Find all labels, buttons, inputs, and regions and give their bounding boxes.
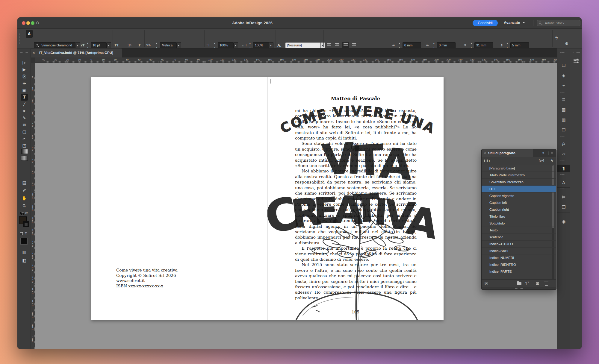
zoom-window-button[interactable] bbox=[31, 21, 34, 25]
horizontal-scale-dropdown[interactable] bbox=[269, 42, 273, 48]
align-right-button[interactable] bbox=[350, 42, 358, 48]
left-indent-stepper[interactable] bbox=[398, 42, 402, 48]
panel-collapse-icon[interactable]: ◇ bbox=[484, 151, 486, 154]
underline-button[interactable]: T bbox=[136, 42, 143, 48]
text-wrap-panel-icon[interactable]: ◉ bbox=[560, 218, 567, 225]
dock2-grip-icon[interactable] bbox=[573, 52, 580, 53]
style-group-folder-icon[interactable] bbox=[517, 282, 521, 285]
minimize-window-button[interactable] bbox=[26, 21, 30, 25]
highlight-overrides-icon[interactable]: ϟ bbox=[551, 159, 553, 163]
close-window-button[interactable] bbox=[22, 21, 25, 25]
swatches-panel-icon[interactable]: ▦ bbox=[560, 106, 567, 113]
style-list-item[interactable]: Titolo Parte intermezzo bbox=[482, 172, 556, 179]
body-text[interactable]: mi ha chiesto: «E tu cosa fai?» Io non l… bbox=[295, 108, 417, 301]
character-style-field[interactable]: [Nessuno] bbox=[285, 42, 320, 48]
new-style-button[interactable]: ⊞ bbox=[536, 281, 539, 286]
view-options-icon[interactable]: ▥ bbox=[21, 249, 28, 255]
tool-gradient-feather-tool[interactable] bbox=[21, 156, 28, 161]
style-list-item[interactable]: Indice–NUMERI bbox=[482, 254, 556, 261]
load-styles-icon[interactable]: ⎘ bbox=[485, 281, 488, 286]
panel-expand-icon[interactable]: » bbox=[542, 151, 544, 155]
redefine-style-icon[interactable]: ¶✎ bbox=[525, 281, 530, 286]
tool-type-tool[interactable]: T bbox=[21, 94, 28, 101]
adobe-stock-search-input[interactable]: Adobe Stock bbox=[537, 20, 580, 26]
horizontal-scale-stepper[interactable] bbox=[249, 42, 253, 48]
style-list-item[interactable]: Testo bbox=[482, 227, 556, 234]
tool-zoom-tool[interactable]: ⚲ bbox=[19, 201, 29, 211]
document-tab[interactable]: × IT_VitaCreativa.indd @ 71% [Anteprima … bbox=[28, 48, 122, 57]
tools-grip-icon[interactable] bbox=[20, 52, 28, 53]
tool-scissors-tool[interactable]: ✂ bbox=[21, 135, 28, 142]
paragraph-styles-panel-icon[interactable]: ¶ bbox=[557, 165, 570, 172]
tool-eyedropper-tool[interactable]: ✐ bbox=[21, 187, 28, 193]
style-list-item[interactable]: Titolo libro bbox=[482, 213, 556, 220]
vertical-ruler[interactable]: 01 02 03 04 05 06 07 08 09 01 0 01 1 01 … bbox=[31, 63, 35, 349]
right-page[interactable]: Matteo di Pascale mi ha chiesto: «E tu c… bbox=[267, 77, 444, 320]
align-left-button[interactable] bbox=[325, 42, 332, 48]
vertical-scale-field[interactable]: 100% bbox=[218, 42, 234, 48]
properties-panel-icon[interactable] bbox=[574, 58, 579, 63]
horizontal-scale-field[interactable]: 100% bbox=[253, 42, 269, 48]
pasteboard[interactable]: Come vivere una vita creativaCopyright ©… bbox=[35, 63, 557, 349]
character-formatting-toggle[interactable]: A bbox=[26, 30, 33, 38]
style-list-item[interactable]: Indice–RIENTRO bbox=[482, 261, 556, 268]
screen-mode-icon[interactable]: ◧ bbox=[21, 257, 28, 264]
tool-selection-tool[interactable]: ▷ bbox=[21, 59, 28, 66]
tool-gap-tool[interactable]: ⇹ bbox=[21, 80, 28, 87]
pages-alt-panel-icon[interactable]: ❐ bbox=[560, 126, 567, 134]
gradient-panel-icon[interactable]: ▥ bbox=[560, 116, 567, 123]
font-family-field[interactable]: Simoncini Garamond bbox=[34, 42, 75, 48]
pathfinder-panel-icon[interactable]: ▱ bbox=[560, 150, 567, 157]
dock-grip-icon[interactable] bbox=[560, 52, 567, 53]
tool-free-transform-tool[interactable]: ◳ bbox=[21, 142, 28, 149]
gear-icon[interactable]: ⚙ bbox=[565, 41, 568, 47]
fill-stroke-swatches[interactable] bbox=[19, 216, 30, 230]
right-indent-stepper[interactable] bbox=[433, 42, 437, 48]
panel-menu-icon[interactable]: ≡ bbox=[551, 151, 553, 155]
default-fill-stroke-icon[interactable]: ⇄ bbox=[20, 210, 29, 215]
stroke-panel-icon[interactable]: ≣ bbox=[560, 96, 567, 103]
tool-page-tool[interactable]: ⎘ bbox=[21, 73, 28, 80]
all-caps-button[interactable]: TT bbox=[113, 42, 120, 48]
close-tab-icon[interactable]: × bbox=[33, 51, 35, 55]
character-styles-panel-icon[interactable]: A bbox=[560, 179, 567, 186]
style-list-item[interactable]: [Paragrafo base] bbox=[482, 165, 556, 172]
tool-notes-tool[interactable]: ▤ bbox=[21, 179, 28, 186]
links-panel-icon[interactable]: ⚭ bbox=[560, 82, 567, 89]
tool-rectangle-tool[interactable]: ▢ bbox=[21, 128, 28, 135]
panel-grip-icon[interactable] bbox=[19, 34, 20, 44]
kerning-stepper[interactable] bbox=[155, 42, 159, 48]
tool-content-collector-tool[interactable]: ▣ bbox=[21, 87, 28, 93]
left-page[interactable]: Come vivere una vita creativaCopyright ©… bbox=[91, 77, 267, 320]
left-indent-field[interactable]: 0 mm bbox=[403, 42, 421, 48]
share-button[interactable]: Condividi bbox=[473, 20, 498, 26]
apply-color-swatch[interactable] bbox=[20, 238, 28, 245]
align-center-button[interactable] bbox=[334, 42, 341, 48]
text-format-icon[interactable]: T bbox=[25, 231, 27, 235]
kerning-dropdown[interactable] bbox=[177, 42, 181, 48]
layers-panel-icon[interactable]: ◈ bbox=[560, 72, 567, 79]
align-panel-icon[interactable]: ⊨ bbox=[560, 193, 567, 201]
stroke-swatch[interactable] bbox=[23, 221, 29, 227]
effects-panel-icon[interactable]: fx bbox=[560, 140, 567, 147]
tool-line-tool[interactable]: ╱ bbox=[21, 101, 28, 107]
object-styles-panel-icon[interactable]: ❒ bbox=[560, 204, 567, 211]
font-family-dropdown[interactable] bbox=[75, 42, 80, 48]
font-size-dropdown[interactable] bbox=[107, 42, 111, 48]
font-size-stepper[interactable] bbox=[87, 42, 90, 48]
tool-pencil-tool[interactable]: ✎ bbox=[21, 115, 28, 121]
workspace-switcher[interactable]: Avanzate bbox=[504, 21, 525, 25]
space-after-field[interactable]: 5 mm bbox=[510, 42, 529, 48]
style-list-item[interactable]: Caption vignette bbox=[482, 192, 556, 199]
swap-fill-stroke-icon[interactable]: ⇄ bbox=[25, 211, 28, 214]
font-size-field[interactable]: 18 pt bbox=[91, 42, 107, 48]
justify-left-button[interactable] bbox=[342, 42, 349, 48]
style-list-item[interactable]: Indice–PARTE bbox=[482, 268, 556, 275]
kerning-field[interactable]: Metrica bbox=[160, 42, 177, 48]
style-list-item[interactable]: Sovratitolo intermezzo bbox=[482, 179, 556, 186]
style-list-item[interactable]: sentence bbox=[482, 234, 556, 241]
style-list-item[interactable]: Indice–BASE bbox=[482, 248, 556, 254]
style-list-item[interactable]: Caption left bbox=[482, 199, 556, 206]
style-list-item[interactable]: H1+ bbox=[482, 186, 556, 192]
tool-frame-tool[interactable]: ⊠ bbox=[21, 122, 28, 128]
